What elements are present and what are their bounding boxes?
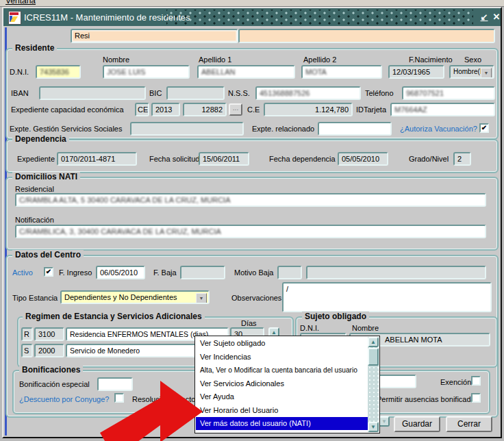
scroll-up-icon[interactable]: ▲ — [368, 337, 379, 347]
menu-item-ver-incidencias[interactable]: Ver Incidencias — [196, 351, 372, 364]
chevron-down-icon[interactable]: ▼ — [481, 68, 492, 79]
scrollbar-thumb[interactable] — [368, 348, 379, 366]
cerrar-button[interactable]: Cerrar — [446, 416, 492, 432]
close-icon[interactable]: ✕ — [491, 12, 502, 23]
sujeto-dni-label: D.N.I. — [300, 324, 319, 332]
telefono-field[interactable]: 968707521 — [402, 86, 495, 100]
bonificacion-especial-field[interactable] — [97, 377, 133, 391]
notificacion-field[interactable]: C/RAMBLICA, 3, 30400 CARAVACA DE LA CRUZ… — [15, 225, 486, 238]
window-title: ICRES11M - Mantenimiento de residentes — [24, 12, 190, 23]
residente-title: Residente — [12, 43, 57, 53]
notificacion-label: Notificación — [15, 216, 54, 224]
autoriza-vacunacion-checkbox[interactable]: ✔ — [479, 123, 489, 133]
dni-field[interactable]: 7435836 — [36, 65, 81, 79]
regimen-title: Regimen de Estancia y Servicios Adiciona… — [23, 312, 205, 321]
grado-nivel-field[interactable]: 2 — [453, 152, 471, 166]
apellido2-label: Apellido 2 — [303, 55, 336, 64]
idtarjeta-label: IDTarjeta — [356, 105, 386, 114]
restore-icon[interactable]: ↙ — [479, 12, 490, 23]
fecha-dependencia-field[interactable]: 05/05/2010 — [338, 152, 388, 166]
expte-gss-label: Expte. Gestión Servicios Sociales — [10, 125, 122, 133]
apellido2-field[interactable]: MOTA — [301, 65, 382, 79]
fnacimiento-field[interactable]: 12/03/1965 — [388, 65, 444, 79]
activo-label[interactable]: Activo — [12, 268, 33, 277]
nombre-field[interactable]: JOSE LUIS — [103, 65, 190, 79]
menu-item-ver-sujeto-obligado[interactable]: Ver Sujeto obligado — [196, 337, 372, 350]
expte-gss-field[interactable] — [130, 122, 244, 136]
motivo-baja-desc-field[interactable] — [306, 266, 486, 279]
domicilios-title: Domicilios NATI — [12, 172, 80, 181]
context-menu: Ver Sujeto obligado Ver Incidencias Alta… — [194, 336, 380, 433]
scroll-down-icon[interactable]: ▼ — [368, 422, 379, 432]
tipo-estancia-label: Tipo Estancia — [12, 294, 58, 302]
f-baja-field[interactable] — [180, 266, 225, 279]
exp-cap-tipo-field[interactable]: CE — [135, 103, 149, 116]
observaciones-label: Observaciones — [231, 294, 281, 302]
dependencia-title: Dependencia — [12, 134, 69, 144]
screen: Ventana ICRES11M - Mantenimiento de resi… — [0, 0, 504, 441]
menu-item-ver-servicios-adicionales[interactable]: Ver Servicios Adicionales — [196, 377, 372, 390]
autoriza-vacunacion-link[interactable]: ¿Autoriza Vacunación? — [400, 125, 477, 133]
window-form-icon — [8, 11, 21, 25]
exp-cap-num-field[interactable]: 12882 — [183, 103, 227, 116]
fecha-solicitud-field[interactable]: 15/06/2011 — [199, 152, 249, 166]
residencial-field[interactable]: C/RAMBLA ALTA, 5 30400 CARAVACA DE LA CR… — [15, 193, 486, 207]
fnacimiento-label: F.Nacimiento — [409, 55, 453, 64]
motivo-baja-cod-field[interactable] — [277, 266, 302, 279]
nss-field[interactable]: 451368887526 — [255, 86, 361, 100]
tipo-estancia-combobox[interactable]: Dependientes y No Dependientes ▼ — [60, 290, 210, 304]
nss-label: N.S.S. — [228, 89, 250, 97]
residencia-search-field-2[interactable] — [238, 29, 495, 43]
descuento-conyuge-link[interactable]: ¿Descuento por Conyuge? — [19, 395, 109, 403]
menu-item-ver-horario[interactable]: Ver Horario del Usuario — [196, 404, 372, 417]
residencia-search-field[interactable]: Resi — [71, 29, 238, 43]
chevron-down-icon[interactable]: ▼ — [196, 293, 207, 304]
iban-field[interactable] — [39, 86, 146, 100]
regimen-row-tipo[interactable]: S — [21, 344, 33, 357]
regimen-row-tipo[interactable]: R — [21, 327, 33, 341]
lov-ellipsis-button[interactable]: ... — [229, 103, 242, 116]
permitir-ausencias-label: Permitir ausencias bonificadas — [377, 395, 479, 403]
fecha-dependencia-label: Fecha dependencia — [269, 155, 336, 163]
guardar-button[interactable]: Guardar — [394, 416, 440, 432]
apellido1-label: Apellido 1 — [199, 55, 231, 64]
ce-field[interactable]: 1.124,780 — [264, 103, 353, 116]
resolucion-directo-label: Resolución Directo — [132, 395, 195, 403]
bic-field[interactable] — [166, 86, 225, 100]
dni-label: D.N.I. — [10, 68, 29, 76]
sexo-combobox[interactable]: Hombre(H) ▼ — [449, 65, 494, 79]
regimen-row-codigo[interactable]: 3100 — [34, 327, 64, 341]
activo-checkbox[interactable]: ✔ — [44, 267, 53, 277]
apellido1-field[interactable]: ABELLAN — [197, 65, 295, 79]
regimen-row-codigo[interactable]: 2000 — [34, 344, 64, 357]
descuento-conyuge-checkbox[interactable] — [114, 393, 124, 403]
dias-header: Días — [241, 319, 257, 327]
ce-label: C.E — [247, 105, 260, 114]
exencion-label: Exención — [440, 378, 471, 386]
menu-bar: Ventana — [0, 0, 504, 7]
expediente-label: Expediente — [17, 155, 55, 163]
nombre-label: Nombre — [103, 55, 129, 64]
permitir-ausencias-checkbox[interactable] — [471, 393, 481, 403]
menu-item-alta-cuenta-bancaria[interactable]: Alta, Ver o Modificar la cuenta bancaria… — [196, 364, 372, 377]
datos-centro-title: Datos del Centro — [12, 250, 84, 260]
menu-ventana[interactable]: Ventana — [5, 0, 36, 5]
iban-label: IBAN — [11, 89, 29, 97]
exp-cap-anio-field[interactable]: 2013 — [151, 103, 180, 116]
f-ingreso-field[interactable]: 06/05/2010 — [96, 266, 145, 279]
context-menu-scrollbar[interactable]: ▲ ▼ — [368, 337, 379, 432]
expte-relacionado-field[interactable] — [318, 122, 392, 136]
grado-nivel-label: Grado/Nivel — [409, 155, 449, 163]
exencion-checkbox[interactable] — [471, 376, 481, 386]
expediente-field[interactable]: 0170/2011-4871 — [57, 152, 137, 166]
idtarjeta-field[interactable]: M7664AZ — [390, 103, 495, 116]
telefono-label: Teléfono — [365, 89, 394, 97]
observaciones-field[interactable]: / — [282, 282, 492, 312]
domicilios-group — [5, 177, 499, 251]
titlebar-pattern — [166, 10, 473, 25]
fecha-bonificacion-field[interactable] — [375, 375, 416, 388]
menu-item-ver-mas-datos-nati[interactable]: Ver más datos del usuario (NATI) — [196, 417, 372, 430]
title-bar[interactable]: ICRES11M - Mantenimiento de residentes ↙… — [3, 8, 501, 26]
f-baja-label: F. Baja — [153, 268, 177, 277]
menu-item-ver-ayuda[interactable]: Ver Ayuda — [196, 390, 372, 403]
